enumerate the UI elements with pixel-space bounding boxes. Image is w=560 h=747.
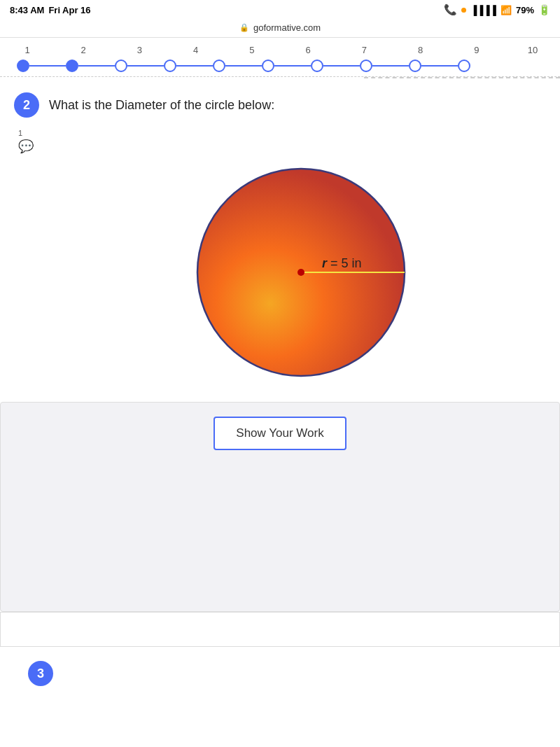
main-content: 2 What is the Diameter of the circle bel… — [0, 78, 560, 381]
progress-dot-4[interactable] — [164, 60, 176, 72]
progress-num-8: 8 — [410, 45, 431, 55]
status-date: Fri Apr 16 — [48, 5, 90, 15]
progress-dot-3[interactable] — [115, 60, 127, 72]
comment-area: 1 💬 — [18, 129, 546, 154]
progress-dot-8[interactable] — [360, 60, 372, 72]
question-header: 2 What is the Diameter of the circle bel… — [14, 92, 546, 118]
progress-dot-10[interactable] — [458, 60, 470, 72]
circle-container: r = 5 in — [56, 164, 546, 381]
progress-line-4-5 — [176, 65, 213, 67]
progress-dot-5[interactable] — [213, 60, 225, 72]
progress-num-4: 4 — [186, 45, 206, 55]
status-right: 📞 ▐▐▐▐ 📶 79% 🔋 — [444, 4, 550, 16]
progress-line-8-9 — [372, 65, 409, 67]
lock-icon: 🔒 — [239, 23, 249, 32]
show-work-button[interactable]: Show Your Work — [214, 417, 346, 450]
question-text: What is the Diameter of the circle below… — [49, 97, 274, 114]
status-time: 8:43 AM — [10, 5, 44, 15]
dot-indicator — [461, 8, 466, 13]
next-question-area: 3 — [0, 647, 560, 700]
progress-line-5-6 — [225, 65, 262, 67]
battery-percent: 79% — [516, 5, 534, 15]
progress-num-1: 1 — [17, 45, 38, 55]
url-domain: goformative.com — [253, 22, 321, 33]
circle-diagram: r = 5 in — [192, 164, 410, 381]
svg-text:= 5 in: = 5 in — [330, 256, 362, 270]
progress-line-9-10 — [421, 65, 458, 67]
progress-dots — [14, 60, 546, 72]
progress-line-6-7 — [274, 65, 311, 67]
circle-svg: r = 5 in — [192, 164, 410, 381]
next-question-badge: 3 — [28, 661, 53, 686]
answer-section-wrapper: Show Your Work — [0, 402, 560, 647]
progress-num-7: 7 — [354, 45, 374, 55]
text-answer-input[interactable] — [0, 612, 560, 647]
progress-line-7-8 — [323, 65, 360, 67]
progress-num-5: 5 — [241, 45, 262, 55]
comment-icon[interactable]: 💬 — [18, 139, 546, 154]
progress-line-3-4 — [127, 65, 164, 67]
comment-count: 1 — [18, 129, 546, 137]
progress-dot-6[interactable] — [262, 60, 274, 72]
url-bar: 🔒 goformative.com — [0, 20, 560, 38]
wifi-icon: 📶 — [500, 5, 512, 15]
progress-num-3: 3 — [129, 45, 150, 55]
battery-icon: 🔋 — [538, 4, 550, 15]
progress-dot-9[interactable] — [409, 60, 421, 72]
svg-text:r: r — [322, 256, 328, 270]
progress-num-6: 6 — [298, 45, 318, 55]
progress-dot-2[interactable] — [66, 60, 78, 72]
status-bar: 8:43 AM Fri Apr 16 📞 ▐▐▐▐ 📶 79% 🔋 — [0, 0, 560, 20]
progress-num-2: 2 — [73, 45, 94, 55]
answer-section: Show Your Work — [0, 402, 560, 612]
progress-numbers: 1 2 3 4 5 6 7 8 9 10 — [14, 45, 546, 55]
question-number-badge: 2 — [14, 92, 39, 118]
progress-dot-7[interactable] — [311, 60, 323, 72]
progress-num-10: 10 — [522, 45, 543, 55]
progress-dot-1[interactable] — [17, 60, 29, 72]
signal-icon: ▐▐▐▐ — [470, 5, 496, 15]
progress-num-9: 9 — [466, 45, 487, 55]
progress-line-1-2 — [29, 65, 66, 67]
phone-icon: 📞 — [444, 4, 457, 16]
progress-section: 1 2 3 4 5 6 7 8 9 10 — [0, 38, 560, 77]
svg-point-2 — [298, 269, 304, 276]
progress-line-2-3 — [78, 65, 115, 67]
status-left: 8:43 AM Fri Apr 16 — [10, 5, 91, 15]
